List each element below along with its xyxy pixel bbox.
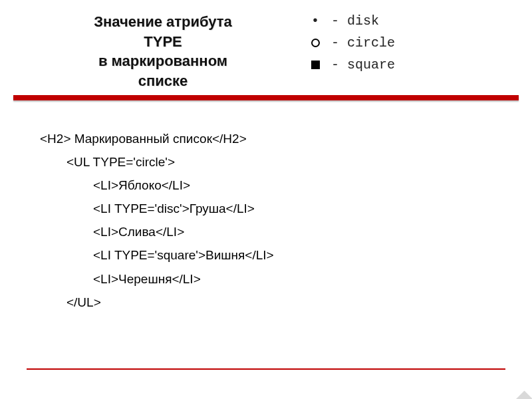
code-line-4: <LI TYPE='disc'>Груша</LI> [40, 197, 532, 220]
slide-title: Значение атрибута TYPE в маркированном с… [40, 12, 286, 91]
legend-label-circle: - circle [325, 35, 395, 51]
code-line-5: <LI>Слива</LI> [40, 220, 532, 243]
code-line-7: <LI>Черешня</LI> [40, 267, 532, 291]
title-line-3: в маркированном [40, 51, 286, 71]
header-area: Значение атрибута TYPE в маркированном с… [0, 0, 532, 91]
code-line-8: </UL> [40, 291, 532, 314]
legend-row-square: - square [306, 57, 395, 72]
page-corner-fold-icon [516, 383, 532, 399]
code-example: <H2> Маркированный список</H2> <UL TYPE=… [0, 100, 532, 314]
circle-icon [306, 39, 325, 47]
legend-label-disk: - disk [325, 13, 379, 29]
code-line-2: <UL TYPE='circle'> [40, 150, 532, 174]
legend-row-disk: - disk [306, 13, 395, 29]
title-line-4: списке [40, 71, 286, 91]
title-line-2: TYPE [40, 32, 286, 52]
marker-legend: - disk - circle - square [286, 12, 395, 91]
title-line-1: Значение атрибута [40, 12, 286, 32]
disc-icon [306, 13, 325, 29]
horizontal-rule-bottom [27, 368, 505, 370]
code-line-3: <LI>Яблоко</LI> [40, 174, 532, 197]
horizontal-rule-top [13, 95, 519, 100]
legend-row-circle: - circle [306, 35, 395, 51]
code-line-1: <H2> Маркированный список</H2> [40, 127, 532, 150]
code-line-6: <LI TYPE='square'>Вишня</LI> [40, 243, 532, 267]
square-icon [306, 61, 325, 69]
legend-label-square: - square [325, 57, 395, 72]
